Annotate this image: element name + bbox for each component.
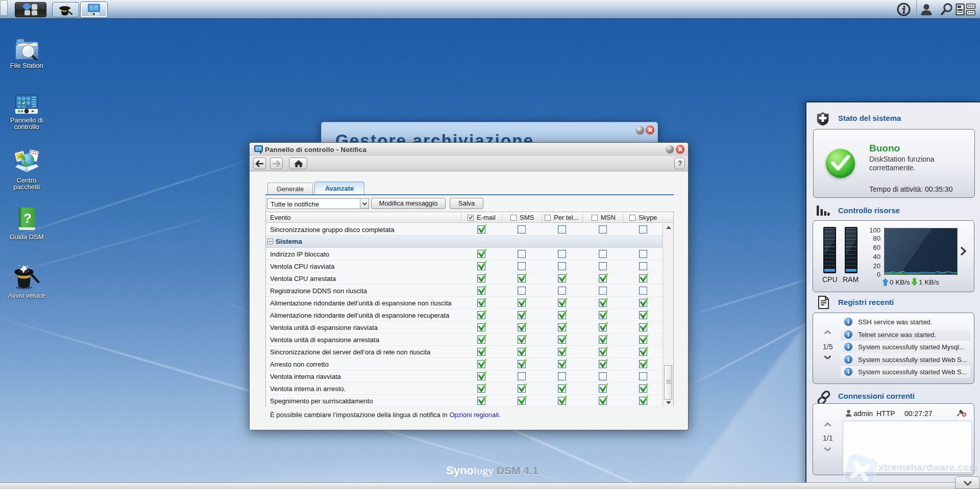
svg-text:?: ? — [23, 211, 32, 226]
